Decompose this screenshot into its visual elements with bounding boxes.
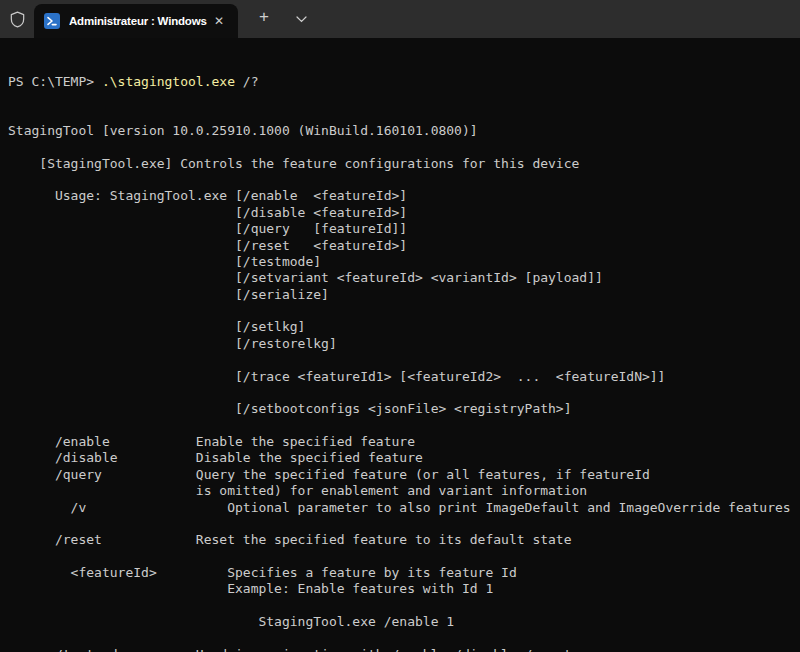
terminal-line: is omitted) for enablement and variant i… [8,483,800,499]
terminal-line: [/reset <featureId>] [8,238,800,254]
terminal-line [8,385,800,401]
terminal-line [8,352,800,368]
terminal-line: /v Optional parameter to also print Imag… [8,500,800,516]
terminal-line: [/query [featureId]] [8,221,800,237]
command-args: /? [235,74,258,89]
terminal-line [8,139,800,155]
terminal-window: Administrateur : Windows PowerShell ✕ + … [0,0,800,652]
terminal-line: [/testmode] [8,254,800,270]
terminal-line: /reset Reset the specified feature to it… [8,532,800,548]
terminal-line: /query Query the specified feature (or a… [8,467,800,483]
terminal-line: [/trace <featureId1> [<featureId2> ... <… [8,369,800,385]
terminal-line [8,631,800,647]
prompt-line: PS C:\TEMP> .\stagingtool.exe /? [8,74,800,90]
typed-command: .\stagingtool.exe [102,74,235,89]
terminal-line: StagingTool.exe /enable 1 [8,614,800,630]
terminal-line: /disable Disable the specified feature [8,450,800,466]
terminal-line: Example: Enable features with Id 1 [8,581,800,597]
terminal-line [8,303,800,319]
terminal-line: StagingTool [version 10.0.25910.1000 (Wi… [8,123,800,139]
terminal-line: [/restorelkg] [8,336,800,352]
terminal-line [8,418,800,434]
terminal-line: [/disable <featureId>] [8,205,800,221]
terminal-line [8,549,800,565]
terminal-line: [/setvariant <featureId> <variantId> [pa… [8,270,800,286]
terminal-line [8,516,800,532]
terminal-line: [/serialize] [8,287,800,303]
terminal-line: /enable Enable the specified feature [8,434,800,450]
tab-dropdown-button[interactable] [284,0,318,38]
powershell-icon [44,13,60,29]
tab-close-icon[interactable]: ✕ [210,15,228,27]
tab-title: Administrateur : Windows PowerShell [69,15,208,27]
terminal-line: Usage: StagingTool.exe [/enable <feature… [8,188,800,204]
tab-powershell-admin[interactable]: Administrateur : Windows PowerShell ✕ [34,4,238,38]
terminal-line [8,598,800,614]
terminal-line: [/setlkg] [8,319,800,335]
terminal-line: <featureId> Specifies a feature by its f… [8,565,800,581]
titlebar[interactable]: Administrateur : Windows PowerShell ✕ + [0,0,800,38]
help-output: StagingTool [version 10.0.25910.1000 (Wi… [8,123,800,652]
terminal-output[interactable]: PS C:\TEMP> .\stagingtool.exe /? Staging… [0,38,800,652]
shell-prompt: PS C:\TEMP> [8,74,102,89]
terminal-line: [StagingTool.exe] Controls the feature c… [8,156,800,172]
terminal-line: [/setbootconfigs <jsonFile> <registryPat… [8,401,800,417]
terminal-line [8,172,800,188]
admin-shield-icon [0,0,34,38]
terminal-line: /testmode Used in conjunction with /enab… [8,647,800,652]
new-tab-button[interactable]: + [244,0,284,38]
